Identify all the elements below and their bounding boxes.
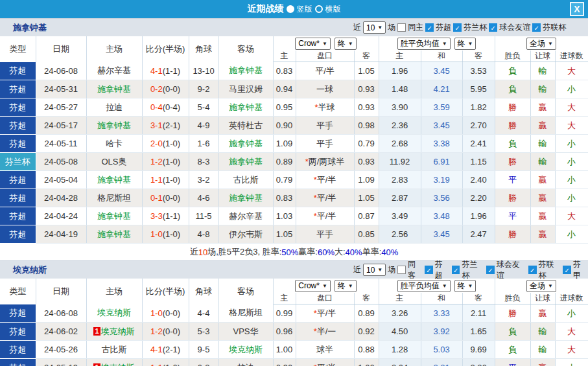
chevron-down-icon: ▼ (442, 283, 447, 289)
cell-odds-draw: 3.45 (421, 225, 462, 244)
match-count-select[interactable]: 10▼ (363, 264, 386, 276)
chevron-down-icon: ▼ (377, 267, 382, 273)
cell-result: 平 (495, 359, 530, 366)
cell-result: 負 (495, 62, 530, 80)
cell-away-team: 拉迪 (218, 359, 273, 366)
league-checkbox[interactable]: ✓ (486, 266, 495, 274)
summary-part: 单率: (362, 246, 382, 258)
league-checkbox[interactable]: ✓ (425, 23, 434, 32)
cell-odds-home: 2.83 (379, 171, 421, 189)
summary-part: 50% (281, 247, 298, 257)
cell-away-team: 格尼斯坦 (218, 304, 273, 323)
table-row: 芬超24-06-021埃克纳斯1-2(0-0)5-3VPS华0.96*半/一0.… (0, 323, 588, 341)
subcol-odds-draw: 和 (421, 293, 462, 304)
league-checkbox[interactable]: ✓ (425, 266, 433, 274)
filter-bar: 近10▼场同客✓芬超✓芬兰杯✓球会友谊✓芬联杯✓芬甲 (353, 259, 588, 281)
match-count-value: 10 (366, 266, 375, 275)
final-odds-select-1[interactable]: 终▼ (335, 38, 357, 50)
wdl-average-select[interactable]: 胜平负均值▼ (397, 38, 451, 50)
cell-odds-home: 11.92 (379, 153, 421, 171)
score-halftime: (1-0) (163, 229, 180, 239)
same-venue-checkbox[interactable] (397, 266, 406, 274)
cell-away-team: 马里汉姆 (218, 80, 273, 98)
chevron-down-icon: ▼ (468, 283, 473, 289)
cell-odds-away: 1.82 (462, 98, 495, 117)
league-label: 芬兰杯 (464, 22, 487, 33)
radio-vertical-selected[interactable] (287, 5, 294, 13)
cell-crow-home: 0.99 (273, 304, 296, 323)
cell-crow-away: 0.79 (354, 135, 379, 153)
cell-handicap-result: 贏 (530, 207, 555, 225)
radio-vertical-label[interactable]: 竖版 (297, 4, 312, 15)
chevron-down-icon: ▼ (348, 283, 353, 289)
league-checkbox[interactable]: ✓ (489, 23, 497, 32)
cell-handicap-result: 輸 (530, 341, 555, 359)
cell-odds-home: 2.68 (379, 135, 421, 153)
cell-odds-home: 1.48 (379, 80, 421, 98)
cell-handicap-result: 輸 (530, 135, 555, 153)
cell-score: 0-4(0-4) (142, 98, 189, 117)
cell-goals-result: 小 (555, 80, 588, 98)
cell-corners: 13-10 (189, 62, 218, 80)
cell-result: 勝 (495, 304, 530, 323)
score-fulltime: 0-4 (150, 102, 163, 112)
cell-score: 0-2(0-0) (142, 80, 189, 98)
score-fulltime: 1-1 (150, 175, 163, 185)
score-halftime: (1-0) (163, 157, 180, 166)
subcol-handicap-result: 让球 (530, 293, 555, 304)
radio-horizontal[interactable] (315, 5, 323, 13)
cell-date: 24-05-26 (36, 341, 86, 359)
cell-odds-away: 2.20 (462, 189, 495, 207)
results-table-team1: 类型 日期 主场 比分(半场) 角球 客场 Crow*▼ 终▼ 胜平负均值▼ 终… (0, 36, 588, 244)
league-checkbox[interactable]: ✓ (563, 266, 571, 274)
league-checkbox[interactable]: ✓ (453, 23, 462, 32)
cell-odds-away: 2.41 (462, 135, 495, 153)
cell-corners: 1-6 (189, 135, 218, 153)
cell-goals-result: 小 (555, 153, 588, 171)
fulltime-select[interactable]: 全场▼ (526, 38, 556, 50)
bookmaker-select[interactable]: Crow*▼ (295, 280, 331, 292)
final-odds-select-2[interactable]: 终▼ (454, 280, 476, 292)
subcol-odds-draw: 和 (421, 51, 462, 62)
cell-odds-away: 1.96 (462, 207, 495, 225)
cell-home-team: 1埃克纳斯 (86, 323, 142, 341)
cell-home-team: 哈卡 (86, 135, 142, 153)
table-row: 芬超24-05-27拉迪0-4(0-4)5-4施拿钟基0.95*半球0.933.… (0, 98, 588, 117)
cell-league-type: 芬超 (0, 207, 36, 225)
final-odds-select-2[interactable]: 终▼ (454, 38, 476, 50)
wdl-average-select[interactable]: 胜平负均值▼ (397, 280, 451, 292)
filter-bar: 近10▼场同主✓芬超✓芬兰杯✓球会友谊✓芬联杯 (353, 21, 566, 34)
same-venue-checkbox[interactable] (397, 23, 406, 32)
table-row: 芬超24-04-28格尼斯坦0-1(0-0)4-6施拿钟基0.83*平/半1.0… (0, 189, 588, 207)
match-count-select[interactable]: 10▼ (363, 21, 386, 34)
cell-odds-away: 5.95 (462, 80, 495, 98)
match-count-value: 10 (366, 23, 375, 32)
final-odds-select-1[interactable]: 终▼ (335, 280, 357, 292)
league-checkbox[interactable]: ✓ (452, 266, 460, 274)
score-halftime: (0-0) (163, 308, 180, 318)
score-fulltime: 3-1 (150, 120, 163, 130)
score-halftime: (1-0) (163, 175, 180, 185)
league-checkbox[interactable]: ✓ (528, 266, 537, 274)
cell-away-team: 施拿钟基 (218, 135, 273, 153)
cell-corners: 8-3 (189, 153, 218, 171)
cell-date: 24-05-04 (36, 171, 86, 189)
cell-handicap-result: 輸 (530, 153, 555, 171)
score-halftime: (0-4) (163, 102, 180, 112)
cell-odds-draw: 3.45 (421, 117, 462, 135)
bookmaker-select[interactable]: Crow*▼ (295, 38, 331, 50)
handicap-star: * (314, 363, 317, 366)
radio-horizontal-label[interactable]: 横版 (325, 4, 341, 15)
close-icon[interactable]: X (570, 2, 584, 16)
summary-part: 场,胜5平2负3, 胜率: (207, 246, 281, 258)
dialog-title: 近期战绩 (248, 3, 284, 15)
league-checkbox[interactable]: ✓ (532, 23, 541, 32)
score-fulltime: 0-1 (150, 193, 163, 203)
fulltime-select[interactable]: 全场▼ (526, 280, 556, 292)
cell-away-team: 施拿钟基 (218, 62, 273, 80)
subcol-goals: 进球数 (555, 293, 588, 304)
cell-odds-draw: 3.92 (421, 323, 462, 341)
cell-handicap-result: 贏 (530, 304, 555, 323)
column-header-date: 日期 (36, 36, 86, 62)
handicap-star: * (314, 175, 317, 185)
